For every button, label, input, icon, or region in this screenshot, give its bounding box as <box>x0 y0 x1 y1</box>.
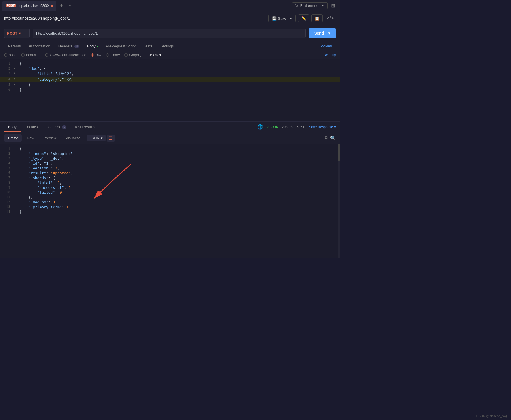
raw-radio[interactable] <box>91 53 94 57</box>
request-builder: POST ▾ Send ▾ <box>0 25 340 41</box>
tab-right-icons: ⊞ <box>329 3 338 9</box>
code-content: "_index": "shopping", <box>18 152 340 156</box>
view-tab-visualize[interactable]: Visualize <box>62 134 84 142</box>
line-number: 5 <box>0 166 14 170</box>
save-chevron-icon[interactable]: ▾ <box>288 16 292 21</box>
code-line-4: 4 ▶ "category":"小米" <box>0 77 340 82</box>
line-number: 6 <box>0 88 14 92</box>
code-content: } <box>18 83 340 87</box>
send-button[interactable]: Send ▾ <box>309 28 336 38</box>
binary-radio[interactable] <box>106 53 109 57</box>
formdata-radio[interactable] <box>21 53 25 57</box>
code-content: "doc": { <box>18 66 340 71</box>
response-view-row: Pretty Raw Preview Visualize JSON ▾ ☰ ⧉ … <box>0 132 340 144</box>
graphql-radio[interactable] <box>124 53 128 57</box>
response-json-selector[interactable]: JSON ▾ <box>87 135 106 141</box>
tab-headers[interactable]: Headers 8 <box>54 41 83 51</box>
view-tab-raw[interactable]: Raw <box>23 134 38 142</box>
tab-settings[interactable]: Settings <box>156 41 178 51</box>
status-badge: 200 OK <box>267 125 278 129</box>
code-content: }, <box>18 195 340 199</box>
code-line-2: 2 ▶ "doc": { <box>0 66 340 71</box>
code-content: "_shards": { <box>18 176 340 180</box>
workspace-icon[interactable]: ⊞ <box>331 3 335 9</box>
request-title: http://localhost:9200/shopping/_doc/1 <box>4 16 265 21</box>
resp-code-line-11: 11 }, <box>0 195 340 200</box>
view-tab-pretty[interactable]: Pretty <box>4 134 22 142</box>
tab-unsaved-dot <box>51 5 53 7</box>
json-format-selector[interactable]: JSON ▾ <box>149 53 161 57</box>
line-number: 10 <box>0 190 14 194</box>
body-type-graphql[interactable]: GraphQL <box>124 53 143 57</box>
body-type-raw[interactable]: raw <box>91 53 101 57</box>
active-tab[interactable]: POST http://localhost:9200/ <box>2 1 56 11</box>
response-tab-testresults[interactable]: Test Results <box>70 122 99 132</box>
globe-icon: 🌐 <box>257 124 263 130</box>
line-number: 9 <box>0 185 14 189</box>
response-tab-headers[interactable]: Headers 5 <box>42 122 70 132</box>
tab-authorization[interactable]: Authorization <box>25 41 54 51</box>
response-tab-body[interactable]: Body <box>4 122 21 132</box>
none-radio[interactable] <box>4 53 7 57</box>
resp-code-line-14: 14 } <box>0 209 340 214</box>
response-code-editor[interactable]: 1 { 2 "_index": "shopping", 3 "_type": "… <box>0 144 340 258</box>
response-time: 208 ms <box>282 125 293 129</box>
cookies-link[interactable]: Cookies <box>315 41 336 51</box>
search-response-button[interactable]: 🔍 <box>330 135 336 141</box>
wrap-lines-button[interactable]: ☰ <box>107 135 115 142</box>
resp-code-line-5: 5 "_version": 3, <box>0 166 340 171</box>
headers-badge: 8 <box>74 45 79 48</box>
code-content: "_version": 3, <box>18 166 340 170</box>
tab-tests[interactable]: Tests <box>140 41 156 51</box>
line-number: 2 <box>0 152 14 156</box>
response-json-label: JSON <box>90 136 100 140</box>
save-icon: 💾 <box>272 16 277 21</box>
tab-body[interactable]: Body ● <box>83 41 102 51</box>
body-type-formdata[interactable]: form-data <box>21 53 40 57</box>
resp-code-line-12: 12 "_seq_no": 3, <box>0 200 340 205</box>
tab-bar: POST http://localhost:9200/ + ··· No Env… <box>0 0 340 11</box>
url-input[interactable] <box>33 29 306 38</box>
scrollbar-thumb[interactable] <box>338 144 340 161</box>
line-number: 1 <box>0 62 14 66</box>
response-tab-cookies[interactable]: Cookies <box>21 122 42 132</box>
tab-prerequest[interactable]: Pre-request Script <box>102 41 140 51</box>
line-number: 4 <box>0 161 14 165</box>
code-content: "_seq_no": 3, <box>18 200 340 204</box>
more-tabs-button[interactable]: ··· <box>67 3 75 8</box>
url-bar-actions: 💾 Save ▾ ✏️ 📋 </> <box>268 14 336 22</box>
json-select-chevron-icon: ▾ <box>159 53 161 57</box>
send-chevron-icon[interactable]: ▾ <box>326 31 330 35</box>
tab-url: http://localhost:9200/ <box>17 4 49 8</box>
line-number: 12 <box>0 200 14 204</box>
line-number: 6 <box>0 171 14 175</box>
code-content: { <box>18 147 340 151</box>
body-type-urlencoded[interactable]: x-www-form-urlencoded <box>45 53 86 57</box>
urlencoded-radio[interactable] <box>45 53 48 57</box>
code-icon-button[interactable]: </> <box>325 15 336 22</box>
code-content: } <box>18 88 340 92</box>
body-type-binary[interactable]: binary <box>106 53 120 57</box>
code-content: { <box>18 62 340 66</box>
request-code-editor[interactable]: 1 { 2 ▶ "doc": { 3 ▶ "title":"小米12", 4 ▶… <box>0 59 340 122</box>
urlencoded-label: x-www-form-urlencoded <box>50 53 86 57</box>
body-type-none[interactable]: none <box>4 53 17 57</box>
comment-icon-button[interactable]: 📋 <box>311 14 323 22</box>
tab-params[interactable]: Params <box>4 41 25 51</box>
line-number: 1 <box>0 147 14 151</box>
response-meta: 🌐 200 OK 208 ms 606 B Save Response ▾ <box>257 124 336 130</box>
method-selector[interactable]: POST ▾ <box>4 29 30 38</box>
response-json-chevron-icon: ▾ <box>101 136 103 140</box>
code-content: "_id": "1", <box>18 161 340 165</box>
add-tab-button[interactable]: + <box>58 2 66 9</box>
send-label: Send <box>314 31 324 35</box>
code-content: "total": 2, <box>18 181 340 185</box>
environment-selector[interactable]: No Environment ▼ <box>292 2 328 9</box>
edit-icon-button[interactable]: ✏️ <box>298 14 309 22</box>
beautify-button[interactable]: Beautify <box>324 53 336 57</box>
save-button[interactable]: 💾 Save ▾ <box>268 15 296 22</box>
view-tab-preview[interactable]: Preview <box>39 134 60 142</box>
copy-response-button[interactable]: ⧉ <box>325 135 328 141</box>
save-response-button[interactable]: Save Response ▾ <box>309 125 336 129</box>
response-scrollbar[interactable] <box>338 144 340 258</box>
